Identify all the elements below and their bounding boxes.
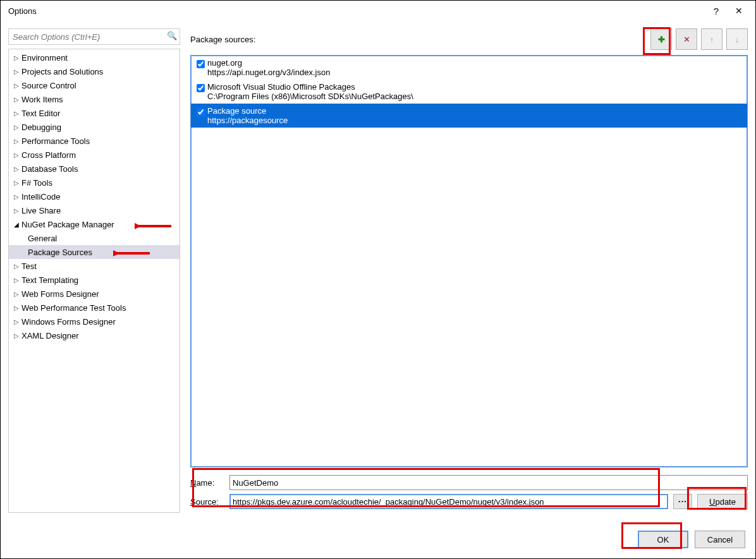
ok-button[interactable]: OK: [638, 531, 688, 548]
tree-item-cross-platform[interactable]: ▷Cross Platform: [9, 148, 180, 162]
chevron-right-icon[interactable]: ▷: [13, 318, 20, 325]
tree-item-web-performance-test-tools[interactable]: ▷Web Performance Test Tools: [9, 301, 180, 315]
window-title: Options: [6, 6, 705, 16]
name-label: Name:: [190, 478, 224, 488]
source-name: Package source: [207, 106, 742, 116]
tree-item-live-share[interactable]: ▷Live Share: [9, 203, 180, 217]
tree-item-intellicode[interactable]: ▷IntelliCode: [9, 189, 180, 203]
options-sidebar: 🔍 ▷Environment▷Projects and Solutions▷So…: [8, 28, 180, 513]
tree-item-test[interactable]: ▷Test: [9, 259, 180, 273]
source-url: C:\Program Files (x86)\Microsoft SDKs\Nu…: [207, 92, 742, 101]
tree-item-label: Source Control: [20, 81, 76, 90]
search-box[interactable]: 🔍: [8, 28, 180, 45]
add-source-button[interactable]: ✚: [650, 28, 672, 50]
tree-item-nuget-package-manager[interactable]: ◢NuGet Package Manager: [9, 217, 180, 231]
close-button[interactable]: ✕: [728, 6, 750, 16]
source-checkbox[interactable]: [197, 60, 205, 68]
tree-item-label: Debugging: [20, 123, 61, 132]
package-sources-label: Package sources:: [190, 35, 650, 44]
tree-item-label: IntelliCode: [20, 192, 60, 201]
tree-item-label: Live Share: [20, 206, 61, 215]
package-source-list[interactable]: nuget.orghttps://api.nuget.org/v3/index.…: [190, 55, 748, 467]
chevron-down-icon[interactable]: ◢: [13, 221, 20, 228]
tree-item-debugging[interactable]: ▷Debugging: [9, 120, 180, 134]
tree-item-label: Text Templating: [20, 275, 78, 285]
source-row[interactable]: Microsoft Visual Studio Offline Packages…: [191, 80, 747, 104]
tree-item-web-forms-designer[interactable]: ▷Web Forms Designer: [9, 287, 180, 301]
source-name: Microsoft Visual Studio Offline Packages: [207, 82, 742, 92]
title-bar: Options ? ✕: [1, 1, 755, 21]
tree-item-text-editor[interactable]: ▷Text Editor: [9, 106, 180, 120]
chevron-right-icon[interactable]: ▷: [13, 68, 20, 75]
cancel-button[interactable]: Cancel: [695, 531, 745, 548]
search-input[interactable]: [9, 29, 180, 44]
remove-source-button[interactable]: ✕: [676, 28, 697, 50]
sources-toolbar: ✚ ✕ ↑ ↓: [650, 28, 748, 50]
tree-item-label: Environment: [20, 53, 68, 63]
tree-item-label: Test: [20, 261, 37, 271]
source-url: https://packagesource: [207, 116, 742, 125]
name-input[interactable]: [229, 475, 748, 490]
browse-button[interactable]: ...: [673, 494, 692, 509]
tree-item-label: Performance Tools: [20, 136, 90, 146]
resize-grip-icon[interactable]: ⋰: [747, 549, 754, 557]
tree-item-label: Work Items: [20, 95, 63, 104]
help-button[interactable]: ?: [705, 6, 728, 16]
chevron-right-icon[interactable]: ▷: [13, 110, 20, 117]
tree-item-label: Cross Platform: [20, 150, 76, 160]
chevron-right-icon[interactable]: ▷: [13, 152, 20, 159]
arrow-down-icon: ↓: [735, 35, 740, 44]
move-up-button[interactable]: ↑: [701, 28, 722, 50]
main-panel: Package sources: ✚ ✕ ↑ ↓ nuget.orghttps:…: [190, 28, 748, 513]
tree-item-xaml-designer[interactable]: ▷XAML Designer: [9, 328, 180, 342]
tree-item-label: Database Tools: [20, 164, 78, 174]
source-checkbox[interactable]: [197, 84, 205, 92]
chevron-right-icon[interactable]: ▷: [13, 96, 20, 103]
tree-item-label: NuGet Package Manager: [20, 220, 114, 229]
chevron-right-icon[interactable]: ▷: [13, 207, 20, 214]
tree-item-label: Windows Forms Designer: [20, 317, 116, 327]
chevron-right-icon[interactable]: ▷: [13, 332, 20, 339]
tree-item-text-templating[interactable]: ▷Text Templating: [9, 273, 180, 287]
source-label: Source:: [190, 497, 224, 507]
chevron-right-icon[interactable]: ▷: [13, 291, 20, 298]
options-tree[interactable]: ▷Environment▷Projects and Solutions▷Sour…: [8, 49, 180, 513]
tree-item-label: Web Performance Test Tools: [20, 303, 126, 313]
chevron-right-icon[interactable]: ▷: [13, 82, 20, 89]
arrow-up-icon: ↑: [710, 35, 714, 44]
chevron-right-icon[interactable]: ▷: [13, 138, 20, 145]
chevron-right-icon[interactable]: ▷: [13, 193, 20, 200]
tree-item-label: F# Tools: [20, 178, 52, 188]
tree-item-environment[interactable]: ▷Environment: [9, 51, 180, 64]
tree-child-general[interactable]: General: [9, 231, 180, 245]
tree-item-database-tools[interactable]: ▷Database Tools: [9, 162, 180, 176]
source-name: nuget.org: [207, 58, 742, 68]
tree-item-performance-tools[interactable]: ▷Performance Tools: [9, 134, 180, 148]
tree-item-label: XAML Designer: [20, 331, 79, 340]
dialog-footer: OK Cancel: [638, 531, 745, 548]
tree-item-label: Web Forms Designer: [20, 289, 99, 299]
x-icon: ✕: [683, 35, 690, 44]
chevron-right-icon[interactable]: ▷: [13, 277, 20, 284]
source-checkbox[interactable]: [197, 108, 205, 116]
source-input[interactable]: [229, 494, 668, 509]
source-row[interactable]: Package sourcehttps://packagesource: [191, 104, 747, 128]
chevron-right-icon[interactable]: ▷: [13, 304, 20, 311]
tree-item-windows-forms-designer[interactable]: ▷Windows Forms Designer: [9, 315, 180, 328]
source-edit-area: Name: Source: ... Update: [190, 475, 748, 513]
tree-child-package-sources[interactable]: Package Sources: [9, 245, 180, 259]
update-button[interactable]: Update: [697, 494, 748, 509]
move-down-button[interactable]: ↓: [726, 28, 748, 50]
chevron-right-icon[interactable]: ▷: [13, 165, 20, 172]
chevron-right-icon[interactable]: ▷: [13, 179, 20, 186]
tree-item-projects-and-solutions[interactable]: ▷Projects and Solutions: [9, 64, 180, 78]
chevron-right-icon[interactable]: ▷: [13, 54, 20, 61]
source-row[interactable]: nuget.orghttps://api.nuget.org/v3/index.…: [191, 56, 747, 80]
tree-item-source-control[interactable]: ▷Source Control: [9, 78, 180, 92]
tree-item-f-tools[interactable]: ▷F# Tools: [9, 176, 180, 189]
tree-item-label: Projects and Solutions: [20, 67, 103, 76]
tree-item-work-items[interactable]: ▷Work Items: [9, 92, 180, 106]
chevron-right-icon[interactable]: ▷: [13, 263, 20, 270]
chevron-right-icon[interactable]: ▷: [13, 124, 20, 131]
plus-icon: ✚: [658, 35, 665, 44]
